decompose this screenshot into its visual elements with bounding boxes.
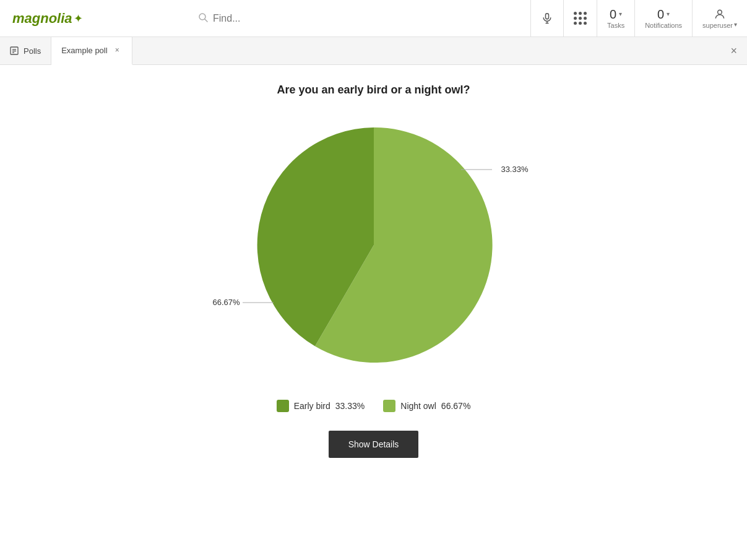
notifications-chevron: ▾: [667, 11, 670, 17]
user-menu-button[interactable]: superuser ▾: [692, 0, 747, 37]
tasks-chevron: ▾: [619, 11, 622, 17]
tasks-button[interactable]: 0 ▾ Tasks: [597, 0, 634, 37]
main-content: Are you an early bird or a night owl? 33…: [0, 65, 747, 560]
tab-example-poll-label: Example poll: [61, 46, 107, 55]
grid-icon: [574, 12, 587, 25]
close-all-button[interactable]: ×: [720, 45, 747, 58]
user-icon: [714, 8, 726, 20]
svg-rect-2: [546, 13, 549, 19]
legend-swatch-night-owl: [383, 400, 395, 412]
early-bird-percent: 33.33%: [501, 165, 528, 174]
tasks-label: Tasks: [607, 22, 624, 29]
search-icon: [198, 12, 208, 25]
topbar: magnolia✦ 0 ▾ Tasks: [0, 0, 747, 37]
user-chevron: ▾: [734, 21, 737, 28]
poll-title: Are you an early bird or a night owl?: [277, 84, 470, 97]
mic-button[interactable]: [530, 0, 563, 37]
tasks-count: 0: [610, 8, 616, 20]
legend-swatch-early-bird: [277, 400, 289, 412]
tabbar: Polls Example poll × ×: [0, 37, 747, 65]
svg-point-5: [718, 10, 722, 14]
show-details-button[interactable]: Show Details: [329, 431, 419, 458]
search-area[interactable]: [186, 12, 530, 25]
legend-night-owl-percent: 66.67%: [441, 401, 470, 411]
search-input[interactable]: [213, 13, 518, 24]
notifications-button[interactable]: 0 ▾ Notifications: [634, 0, 692, 37]
logo-text: magnolia: [12, 11, 72, 27]
logo-area: magnolia✦: [0, 11, 186, 27]
night-owl-percent: 66.67%: [213, 298, 240, 307]
legend-night-owl-label: Night owl: [400, 401, 436, 411]
polls-icon: [10, 46, 19, 55]
legend-item-night-owl: Night owl 66.67%: [383, 400, 470, 412]
tasks-badge: 0 ▾: [610, 8, 622, 20]
tab-polls[interactable]: Polls: [0, 37, 51, 65]
pie-chart-container: 33.33% 66.67%: [244, 115, 504, 375]
user-name: superuser: [702, 22, 733, 29]
night-owl-label: 66.67%: [213, 298, 280, 307]
pie-chart: [244, 115, 504, 375]
legend-early-bird-percent: 33.33%: [335, 401, 365, 411]
grid-menu-button[interactable]: [563, 0, 597, 37]
logo-star: ✦: [74, 12, 83, 25]
legend-early-bird-label: Early bird: [294, 401, 330, 411]
svg-line-1: [205, 19, 207, 22]
notifications-badge: 0 ▾: [657, 8, 670, 20]
tab-example-poll[interactable]: Example poll ×: [51, 37, 132, 65]
tab-close-button[interactable]: ×: [113, 45, 122, 56]
notifications-count: 0: [657, 8, 664, 20]
early-bird-label: 33.33%: [461, 165, 528, 174]
notifications-label: Notifications: [645, 22, 682, 29]
legend-item-early-bird: Early bird 33.33%: [277, 400, 365, 412]
tab-polls-label: Polls: [24, 46, 41, 56]
chart-legend: Early bird 33.33% Night owl 66.67%: [277, 400, 471, 412]
